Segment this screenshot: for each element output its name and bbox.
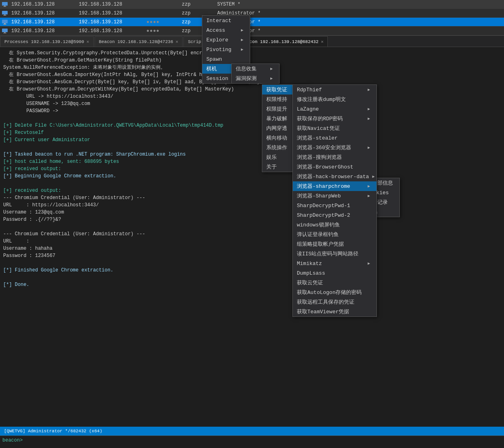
console-line: [*] Done. (3, 281, 501, 288)
menu-item-label: 浏览器-BrowserGhost (297, 163, 353, 171)
submenu-arrow-icon: ▶ (270, 76, 273, 81)
menu-item-label: 弹认证登录框钓鱼 (297, 231, 339, 238)
console-line: [+] Current user Administrator (3, 136, 501, 144)
monitor-icon (2, 28, 8, 34)
console-line: [+] host called home, sent: 688695 bytes (3, 158, 501, 165)
menu-item-label: 获取保存的RDP密码 (297, 115, 343, 122)
console-line: USERNAME -> 123@qq.com (3, 100, 501, 107)
menu-item-sharpweb[interactable]: 浏览器-SharpWeb ▶ (293, 191, 376, 201)
menu-item-label: 内网穿透 (266, 125, 287, 132)
tab-beacon-682432[interactable]: Beacon 192.168.139.128@682432 ✕ (237, 36, 328, 47)
console-line (3, 259, 501, 267)
menu-item-label: Interact (206, 18, 231, 24)
menu-item-lazagne[interactable]: LaZagne ▶ (293, 104, 376, 114)
menu-item-dump-plaintext[interactable]: 修改注册表dump明文 (293, 95, 376, 104)
beacon-dots: ●●●● (146, 28, 179, 34)
beacon-ip1: 192.168.139.128 (11, 2, 76, 7)
menu-item-label: 获取凭证 (266, 86, 287, 93)
menu-item-label: 修改注册表dump明文 (297, 96, 346, 103)
beacon-row[interactable]: 192.168.139.128 192.168.139.128 zzp Admi… (0, 9, 504, 18)
menu-item-explore[interactable]: Explore ▶ (202, 35, 250, 45)
submenu-arrow-icon: ▶ (241, 37, 243, 42)
beacon-table: 192.168.139.128 192.168.139.128 zzp SYST… (0, 0, 504, 36)
menu-item-hack-browser[interactable]: 浏览器-hack-browser-data ▶ (293, 172, 376, 181)
submenu-arrow-icon: ▶ (368, 193, 370, 198)
console-area[interactable]: 在 System.Security.Cryptography.Protected… (0, 47, 504, 427)
menu-item-info-collect[interactable]: 信息收集 ▶ (232, 64, 279, 74)
menu-item-label: 关于 (266, 163, 277, 171)
menu-item-label: Pivoting (206, 47, 231, 53)
console-line: Username : 123@qq.com (3, 209, 501, 216)
console-line (3, 180, 501, 187)
menu-item-interact[interactable]: Interact (202, 16, 250, 25)
tab-close-icon[interactable]: ✕ (86, 39, 89, 44)
console-line (3, 115, 501, 122)
menu-item-label: 浏览器-搜狗浏览器 (297, 154, 342, 161)
menu-item-browser-sogou[interactable]: 浏览器-搜狗浏览器 (293, 152, 376, 162)
beacon-dots: ●●●● (146, 19, 179, 25)
menu-item-browser-360[interactable]: 浏览器-360安全浏览器 ▶ (293, 143, 376, 152)
main-area: 在 System.Security.Cryptography.Protected… (0, 47, 504, 427)
console-line: [+] Delete File C:\Users\Administrator.Q… (3, 122, 501, 129)
menu-item-remote-tool-creds[interactable]: 获取远程工具保存的凭证 (293, 297, 376, 307)
console-line: [+] Recvtoself (3, 129, 501, 136)
menu-item-label: 娱乐 (266, 154, 277, 161)
svg-rect-7 (4, 23, 6, 24)
beacon-row[interactable]: 192.168.139.128 192.168.139.128 ●●●● zzp… (0, 27, 504, 35)
menu-item-label: 信息收集 (236, 65, 257, 72)
beacon-row[interactable]: 192.168.139.128 192.168.139.128 ●●●● zzp… (0, 18, 504, 27)
svg-rect-9 (2, 29, 8, 32)
command-input[interactable] (24, 438, 502, 443)
menu-item-dumplsass[interactable]: DumpLsass (293, 268, 376, 278)
menu-item-navicat[interactable]: 获取Navicat凭证 (293, 123, 376, 133)
menu-item-vuln-detect[interactable]: 漏洞探测 ▶ (232, 74, 279, 83)
context-menu-level2: 信息收集 ▶ 漏洞探测 ▶ (231, 64, 280, 84)
menu-item-iis-pwd[interactable]: 读IIS站点密码与网站路径 (293, 249, 376, 259)
menu-item-lockscreen-phish[interactable]: windows锁屏钓鱼 (293, 220, 376, 230)
svg-rect-0 (2, 2, 8, 6)
menu-item-sharpdecrypt1[interactable]: SharpDecryptPwd-1 (293, 201, 376, 210)
tab-beacon-47236[interactable]: Beacon 192.168.139.128@47236 ✕ (95, 36, 183, 47)
input-bar: beacon> (0, 436, 504, 444)
menu-item-label: 读IIS站点密码与网站路径 (297, 250, 358, 257)
tab-processes[interactable]: Processes 192.168.139.128@5900 ✕ (0, 36, 94, 47)
tab-close-icon[interactable]: ✕ (176, 39, 179, 44)
svg-rect-3 (2, 11, 8, 14)
menu-item-auth-phish[interactable]: 弹认证登录框钓鱼 (293, 230, 376, 239)
svg-rect-4 (4, 14, 6, 15)
menu-item-label: Access (206, 27, 225, 33)
monitor-icon (2, 19, 8, 25)
tab-label: Beacon 192.168.139.128@682432 (241, 39, 318, 44)
beacon-ip1: 192.168.139.128 (11, 28, 76, 34)
menu-item-label: 浏览器-sharpchrome (297, 183, 350, 190)
menu-item-teamviewer-creds[interactable]: 获取TeamViewer凭据 (293, 307, 376, 316)
menu-item-label: 暴力破解 (266, 115, 287, 122)
beacon-row[interactable]: 192.168.139.128 192.168.139.128 zzp SYST… (0, 0, 504, 9)
menu-item-rdp-pwd[interactable]: 获取保存的RDP密码 ▶ (293, 114, 376, 123)
menu-item-label: DumpLsass (297, 270, 325, 276)
beacon-ip2: 192.168.139.128 (79, 10, 143, 16)
menu-item-sharpdecrypt2[interactable]: SharpDecryptPwd-2 (293, 210, 376, 220)
menu-item-mimikatz[interactable]: Mimikatz ▶ (293, 259, 376, 268)
menu-item-access[interactable]: Access ▶ (202, 25, 250, 35)
console-line: URL -> https://localhost:3443/ (3, 93, 501, 100)
beacon-ip1: 192.168.139.128 (11, 19, 76, 25)
tab-close-icon[interactable]: ✕ (321, 39, 324, 44)
menu-item-rdpthief[interactable]: RdpThief ▶ (293, 85, 376, 95)
menu-item-cloud-creds[interactable]: 获取云凭证 (293, 278, 376, 288)
menu-item-browser-stealer[interactable]: 浏览器-stealer (293, 133, 376, 143)
menu-item-spawn[interactable]: Spawn (202, 54, 250, 64)
svg-rect-11 (3, 33, 6, 33)
menu-item-group-policy-creds[interactable]: 组策略提取帐户凭据 (293, 239, 376, 249)
menu-item-label: 获取云凭证 (297, 279, 323, 286)
menu-item-label: 权限提升 (266, 105, 287, 113)
menu-item-label: 获取TeamViewer凭据 (297, 308, 349, 315)
monitor-icon (2, 10, 8, 16)
beacon-admin: Administrator * (217, 28, 502, 34)
menu-item-autologon-pwd[interactable]: 获取AutoLogon存储的密码 (293, 288, 376, 297)
console-line: --- Chromium Credential (User: Administr… (3, 230, 501, 238)
menu-item-sharpchrome[interactable]: 浏览器-sharpchrome ▶ (293, 181, 376, 191)
svg-rect-6 (2, 20, 8, 23)
menu-item-pivoting[interactable]: Pivoting ▶ (202, 45, 250, 54)
menu-item-browser-ghost[interactable]: 浏览器-BrowserGhost (293, 162, 376, 172)
